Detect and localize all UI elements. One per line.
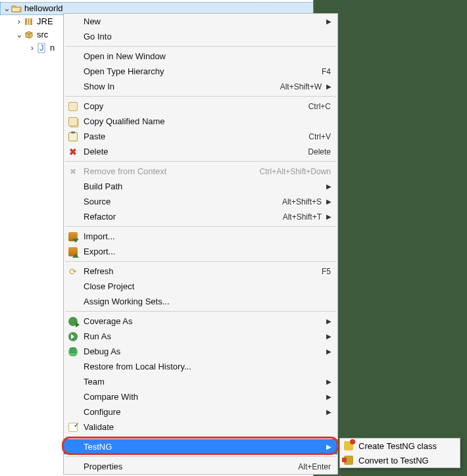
menu-label: TestNG <box>82 442 324 452</box>
menu-separator <box>65 456 336 457</box>
menu-separator <box>65 161 336 162</box>
chevron-right-icon: ▶ <box>324 18 333 25</box>
menu-label: Paste <box>82 131 308 141</box>
menu-coverage-as[interactable]: Coverage As ▶ <box>64 314 337 329</box>
convert-testng-icon <box>340 456 357 465</box>
menu-label: Run As <box>82 331 324 341</box>
menu-accel: Delete <box>308 147 333 156</box>
menu-accel: F4 <box>322 67 333 76</box>
testng-class-icon <box>340 441 357 450</box>
java-file-icon: J <box>37 43 47 53</box>
menu-compare-with[interactable]: Compare With ▶ <box>64 389 337 404</box>
tree-node-label: JRE <box>36 15 53 28</box>
tree-node-label: n <box>49 41 55 55</box>
menu-separator <box>65 261 336 262</box>
menu-copy-qualified[interactable]: Copy Qualified Name <box>64 114 337 129</box>
menu-accel: Alt+Shift+W <box>280 82 324 91</box>
menu-label: Restore from Local History... <box>82 362 333 371</box>
menu-label: Debug As <box>82 346 324 356</box>
menu-label: Refactor <box>82 212 283 222</box>
menu-build-path[interactable]: Build Path ▶ <box>64 179 337 194</box>
menu-run-as[interactable]: Run As ▶ <box>64 329 337 344</box>
chevron-right-icon: ▶ <box>324 408 333 416</box>
export-icon <box>64 247 82 256</box>
menu-label: Team <box>82 377 324 387</box>
tree-node-label: helloworld <box>23 2 63 15</box>
chevron-right-icon: ▶ <box>324 443 333 450</box>
menu-label: Close Project <box>82 281 333 291</box>
menu-assign-working-sets[interactable]: Assign Working Sets... <box>64 294 337 309</box>
menu-copy[interactable]: Copy Ctrl+C <box>64 99 337 114</box>
menu-restore-local-history[interactable]: Restore from Local History... <box>64 359 337 374</box>
menu-label: Source <box>82 197 282 206</box>
menu-go-into[interactable]: Go Into <box>64 29 337 44</box>
chevron-right-icon: ▶ <box>324 183 333 190</box>
twisty-closed-icon[interactable]: › <box>28 41 37 55</box>
menu-label: Copy Qualified Name <box>82 116 333 126</box>
menu-open-type-hierarchy[interactable]: Open Type Hierarchy F4 <box>64 64 337 79</box>
menu-label: Delete <box>82 147 308 156</box>
menu-label: Assign Working Sets... <box>82 297 333 306</box>
menu-paste[interactable]: Paste Ctrl+V <box>64 129 337 144</box>
menu-close-project[interactable]: Close Project <box>64 279 337 294</box>
menu-label: Export... <box>82 247 333 256</box>
menu-new[interactable]: New ▶ <box>64 14 337 29</box>
menu-label: Import... <box>82 231 333 241</box>
submenu-label: Convert to TestNG <box>357 456 455 465</box>
svg-rect-0 <box>25 18 27 25</box>
menu-separator <box>65 96 336 97</box>
validate-icon <box>64 423 82 432</box>
package-icon <box>24 30 34 40</box>
menu-accel: Alt+Shift+T <box>283 212 324 222</box>
refresh-icon: ⟳ <box>64 267 82 276</box>
chevron-right-icon: ▶ <box>324 333 333 340</box>
menu-separator <box>65 46 336 47</box>
menu-label: Configure <box>82 407 324 417</box>
menu-delete[interactable]: ✖ Delete Delete <box>64 144 337 159</box>
menu-debug-as[interactable]: Debug As ▶ <box>64 344 337 359</box>
folder-open-icon <box>11 3 22 14</box>
menu-show-in[interactable]: Show In Alt+Shift+W ▶ <box>64 79 337 94</box>
menu-accel: Alt+Shift+S <box>282 197 324 206</box>
chevron-right-icon: ▶ <box>324 378 333 385</box>
submenu-create-testng-class[interactable]: Create TestNG class <box>340 439 460 453</box>
menu-source[interactable]: Source Alt+Shift+S ▶ <box>64 194 337 209</box>
copy-qualified-icon <box>64 117 82 126</box>
menu-open-new-window[interactable]: Open in New Window <box>64 49 337 64</box>
svg-text:J: J <box>39 43 44 53</box>
submenu-convert-to-testng[interactable]: Convert to TestNG <box>340 453 460 467</box>
twisty-open-icon[interactable]: ⌄ <box>2 2 11 15</box>
copy-icon <box>64 102 82 111</box>
menu-separator <box>65 437 336 437</box>
chevron-right-icon: ▶ <box>324 318 333 325</box>
menu-accel: Alt+Enter <box>298 462 333 471</box>
twisty-open-icon[interactable]: ⌄ <box>14 28 24 41</box>
menu-label: Refresh <box>82 266 322 276</box>
chevron-right-icon: ▶ <box>324 213 333 220</box>
menu-validate[interactable]: Validate <box>64 419 337 435</box>
paste-icon <box>64 132 82 141</box>
menu-refactor[interactable]: Refactor Alt+Shift+T ▶ <box>64 209 337 224</box>
menu-accel: Ctrl+Alt+Shift+Down <box>260 167 333 176</box>
menu-refresh[interactable]: ⟳ Refresh F5 <box>64 264 337 279</box>
chevron-right-icon: ▶ <box>324 198 333 205</box>
menu-testng[interactable]: TestNG ▶ <box>64 439 337 454</box>
menu-accel: Ctrl+V <box>308 132 333 141</box>
menu-import[interactable]: Import... <box>64 229 337 244</box>
menu-team[interactable]: Team ▶ <box>64 374 337 389</box>
library-icon <box>24 16 34 27</box>
run-icon <box>64 332 82 341</box>
menu-configure[interactable]: Configure ▶ <box>64 404 337 419</box>
chevron-right-icon: ▶ <box>324 348 333 355</box>
testng-submenu: Create TestNG class Convert to TestNG <box>339 438 460 468</box>
svg-rect-2 <box>30 18 32 25</box>
menu-export[interactable]: Export... <box>64 244 337 259</box>
import-icon <box>64 232 82 241</box>
debug-icon <box>64 347 82 356</box>
delete-icon: ✖ <box>64 147 82 156</box>
menu-properties[interactable]: Properties Alt+Enter <box>64 459 337 474</box>
menu-label: Remove from Context <box>82 166 260 176</box>
twisty-closed-icon[interactable]: › <box>14 15 24 28</box>
menu-label: Properties <box>82 462 298 471</box>
menu-label: Validate <box>82 422 333 432</box>
